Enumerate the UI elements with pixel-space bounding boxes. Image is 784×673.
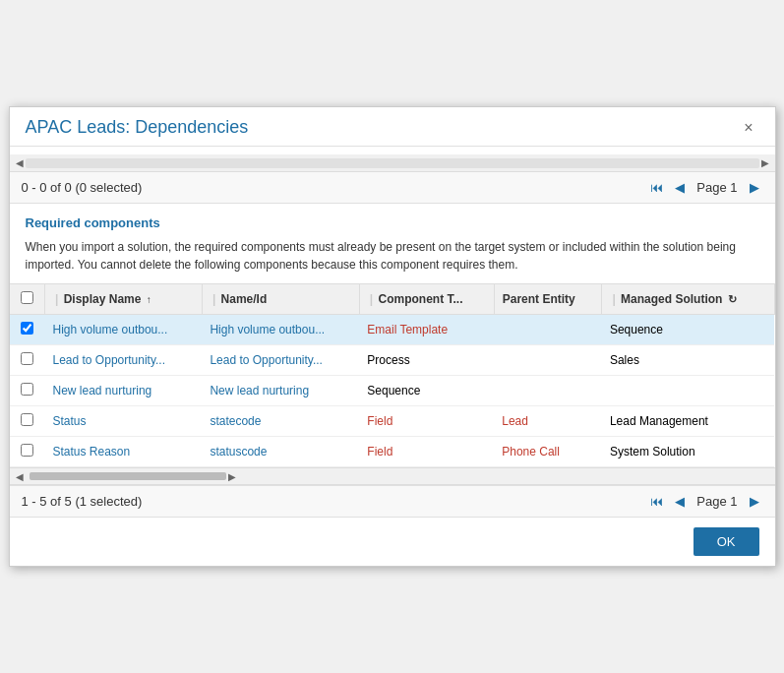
top-pagination-bar: 0 - 0 of 0 (0 selected) ⏮ ◀ Page 1 ▶: [10, 172, 775, 204]
row-managed-solution: Sales: [602, 345, 774, 376]
parent-entity-link[interactable]: Lead: [502, 414, 528, 428]
component-type-link[interactable]: Email Template: [367, 323, 448, 336]
top-page-label: Page 1: [696, 180, 737, 195]
row-component-type: Field: [359, 406, 494, 437]
bottom-pagination-bar: 1 - 5 of 5 (1 selected) ⏮ ◀ Page 1 ▶: [10, 485, 775, 517]
component-type-link[interactable]: Field: [367, 445, 392, 459]
bottom-prev-page-btn[interactable]: ◀: [671, 492, 689, 511]
bottom-scroll-left-arrow[interactable]: ◀: [14, 471, 26, 482]
display-name-link[interactable]: High volume outbou...: [53, 323, 168, 336]
col-component-type[interactable]: | Component T...: [359, 284, 494, 315]
row-managed-solution: Lead Management: [602, 406, 774, 437]
sep2: |: [211, 292, 217, 306]
section-description: When you import a solution, the required…: [10, 234, 775, 283]
row-display-name: Status Reason: [45, 437, 203, 467]
component-type-link[interactable]: Field: [367, 414, 392, 428]
select-all-checkbox[interactable]: [21, 291, 33, 304]
col-checkbox: [10, 284, 45, 315]
name-id-link[interactable]: New lead nurturing: [210, 384, 309, 398]
dialog-title: APAC Leads: Dependencies: [26, 117, 249, 138]
row-parent-entity: [494, 345, 602, 376]
table-row: High volume outbou...High volume outbou.…: [10, 315, 775, 345]
table-row: StatusstatecodeFieldLeadLead Management: [10, 406, 775, 437]
row-name-id: New lead nurturing: [202, 376, 359, 406]
bottom-pagination-controls: ⏮ ◀ Page 1 ▶: [646, 492, 762, 511]
bottom-next-page-btn[interactable]: ▶: [746, 492, 763, 511]
display-name-link[interactable]: Status Reason: [53, 445, 131, 459]
required-components-label: Required components: [10, 204, 775, 234]
dialog-body: ◀ ▶ 0 - 0 of 0 (0 selected) ⏮ ◀ Page 1 ▶…: [10, 147, 775, 517]
row-display-name: Lead to Opportunity...: [45, 345, 203, 376]
row-parent-entity: Lead: [494, 406, 602, 437]
top-pagination-info: 0 - 0 of 0 (0 selected): [22, 180, 143, 195]
scroll-right-arrow[interactable]: ▶: [759, 157, 771, 168]
row-name-id: Lead to Opportunity...: [202, 345, 359, 376]
top-scroll-track[interactable]: [26, 158, 759, 168]
display-name-link[interactable]: Status: [53, 414, 87, 428]
row-managed-solution: Sequence: [602, 315, 774, 345]
row-name-id: High volume outbou...: [202, 315, 359, 345]
display-name-link[interactable]: Lead to Opportunity...: [53, 353, 166, 367]
name-id-link[interactable]: High volume outbou...: [210, 323, 325, 336]
table-row: Lead to Opportunity...Lead to Opportunit…: [10, 345, 775, 376]
col-name-id[interactable]: | Name/Id: [202, 284, 359, 315]
dependencies-table-wrapper: | Display Name ↑ | Name/Id | Component T…: [10, 283, 775, 467]
dialog-footer: OK: [10, 517, 775, 566]
row-display-name: Status: [45, 406, 203, 437]
row-display-name: New lead nurturing: [45, 376, 203, 406]
row-checkbox[interactable]: [21, 444, 33, 457]
sep3: |: [368, 292, 375, 306]
bottom-pagination-info: 1 - 5 of 5 (1 selected): [22, 494, 143, 509]
scroll-left-arrow[interactable]: ◀: [14, 157, 26, 168]
description-text: When you import a solution, the required…: [26, 240, 736, 272]
row-managed-solution: [602, 376, 774, 406]
parent-entity-link[interactable]: Phone Call: [502, 445, 560, 459]
display-name-link[interactable]: New lead nurturing: [53, 384, 152, 398]
row-component-type: Field: [359, 437, 494, 467]
col-managed-solution[interactable]: | Managed Solution ↻: [602, 284, 774, 315]
bottom-scroll-right-arrow[interactable]: ▶: [226, 471, 238, 482]
row-display-name: High volume outbou...: [45, 315, 203, 345]
row-checkbox-cell: [10, 406, 45, 437]
bottom-first-page-btn[interactable]: ⏮: [646, 492, 667, 511]
table-row: New lead nurturingNew lead nurturingSequ…: [10, 376, 775, 406]
table-header-row: | Display Name ↑ | Name/Id | Component T…: [10, 284, 775, 315]
name-id-link[interactable]: Lead to Opportunity...: [210, 353, 323, 367]
dialog-header: APAC Leads: Dependencies ×: [10, 107, 775, 147]
sep1: |: [53, 292, 60, 306]
row-parent-entity: Phone Call: [494, 437, 602, 467]
top-first-page-btn[interactable]: ⏮: [646, 178, 667, 197]
top-prev-page-btn[interactable]: ◀: [671, 178, 689, 197]
row-checkbox[interactable]: [21, 352, 33, 365]
col-display-name[interactable]: | Display Name ↑: [45, 284, 203, 315]
dialog: APAC Leads: Dependencies × ◀ ▶ 0 - 0 of …: [9, 106, 776, 567]
row-parent-entity: [494, 315, 602, 345]
top-scrollbar[interactable]: ◀ ▶: [10, 154, 775, 172]
col-parent-entity[interactable]: Parent Entity: [494, 284, 602, 315]
table-row: Status ReasonstatuscodeFieldPhone CallSy…: [10, 437, 775, 467]
top-pagination-controls: ⏮ ◀ Page 1 ▶: [646, 178, 762, 197]
row-checkbox-cell: [10, 315, 45, 345]
row-managed-solution: System Solution: [602, 437, 774, 467]
row-checkbox[interactable]: [21, 413, 33, 426]
row-checkbox[interactable]: [21, 383, 33, 396]
top-next-page-btn[interactable]: ▶: [746, 178, 763, 197]
sep4: |: [610, 292, 617, 306]
ok-button[interactable]: OK: [694, 527, 759, 556]
row-name-id: statuscode: [202, 437, 359, 467]
row-checkbox-cell: [10, 437, 45, 467]
row-name-id: statecode: [202, 406, 359, 437]
bottom-scrollbar[interactable]: ◀ ▶: [10, 467, 775, 485]
sort-asc-icon: ↑: [147, 294, 151, 305]
close-button[interactable]: ×: [738, 118, 758, 138]
row-checkbox-cell: [10, 376, 45, 406]
row-component-type: Process: [359, 345, 494, 376]
row-parent-entity: [494, 376, 602, 406]
row-checkbox[interactable]: [21, 322, 33, 335]
refresh-icon: ↻: [728, 293, 737, 305]
row-component-type: Sequence: [359, 376, 494, 406]
name-id-link[interactable]: statecode: [210, 414, 261, 428]
name-id-link[interactable]: statuscode: [210, 445, 267, 459]
row-checkbox-cell: [10, 345, 45, 376]
bottom-scroll-thumb[interactable]: [30, 472, 226, 480]
